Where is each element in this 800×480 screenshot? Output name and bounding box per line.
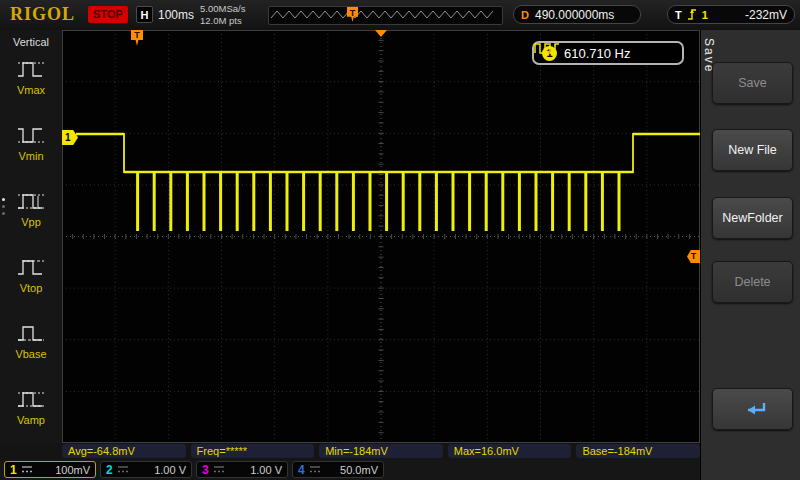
delay-readout: D 490.000000ms (513, 5, 641, 24)
channel1-scale: 100mV (55, 464, 90, 476)
menu-button-new-file[interactable]: New File (712, 129, 793, 171)
channel2-status[interactable]: 2 1.00 V (100, 461, 192, 478)
delay-badge: D (521, 9, 529, 21)
return-arrow-icon (738, 400, 768, 418)
vmax-icon (11, 55, 51, 83)
measurement-avg: Avg=-64.8mV (62, 444, 186, 458)
channel4-status[interactable]: 4 50.0mV (292, 461, 384, 478)
waveform-display (62, 30, 700, 443)
channel3-number: 3 (202, 463, 209, 477)
vpp-icon (11, 187, 51, 215)
trigger-badge: T (675, 9, 682, 21)
trigger-slope-icon (687, 8, 697, 21)
vtop-icon (11, 253, 51, 281)
sidebar-item-label: Vbase (15, 348, 46, 360)
sidebar-item-vtop[interactable]: Vtop (0, 253, 62, 313)
measure-sidebar: Vertical Vmax Vmin Vpp Vtop Vbase Vamp (0, 30, 62, 443)
sidebar-item-label: Vtop (20, 282, 43, 294)
memory-waveform-preview (269, 7, 500, 22)
coupling-dc-icon (21, 465, 33, 474)
frequency-counter: 1 610.710 Hz (532, 41, 684, 65)
channel-status-bar: 1 100mV 2 1.00 V 3 1.00 V 4 50.0mV (0, 459, 800, 480)
coupling-dc-icon (309, 465, 321, 474)
h-badge: H (136, 6, 153, 23)
horizontal-timebase-group: H 100ms (136, 6, 194, 23)
delay-value: 490.000000ms (535, 8, 614, 22)
rigol-logo: RIGOL (10, 4, 75, 25)
memory-depth: 12.0M pts (200, 15, 245, 27)
sidebar-item-label: Vmin (18, 150, 43, 162)
measurement-freq: Freq=***** (191, 444, 315, 458)
memory-position-strip: T (268, 6, 503, 25)
sidebar-item-label: Vpp (21, 216, 41, 228)
vamp-icon (11, 385, 51, 413)
sample-rate: 5.00MSa/s (200, 3, 245, 15)
timebase-value: 100ms (158, 8, 194, 22)
measurement-base: Base=-184mV (576, 444, 700, 458)
graticule: 1 610.710 Hz T T 1 (62, 30, 700, 443)
channel1-number: 1 (10, 463, 17, 477)
measurement-min: Min=-184mV (319, 444, 443, 458)
channel2-number: 2 (106, 463, 113, 477)
sidebar-item-vmax[interactable]: Vmax (0, 55, 62, 115)
run-state-badge: STOP (88, 6, 128, 23)
channel3-scale: 1.00 V (250, 464, 282, 476)
menu-button-new-folder[interactable]: NewFolder (712, 197, 793, 239)
channel4-number: 4 (298, 463, 305, 477)
counter-value: 610.710 Hz (564, 46, 631, 61)
trigger-readout: T 1 -232mV (667, 5, 795, 24)
menu-button-back[interactable] (712, 388, 793, 430)
vbase-icon (11, 319, 51, 347)
trigger-source: 1 (702, 9, 708, 21)
menu-button-delete[interactable]: Delete (712, 261, 793, 303)
measurement-bar: Avg=-64.8mV Freq=***** Min=-184mV Max=16… (62, 443, 700, 459)
trigger-level-value: -232mV (745, 8, 787, 22)
soft-menu-panel: Save Save New File NewFolder Delete (700, 30, 800, 480)
sidebar-item-label: Vmax (17, 84, 45, 96)
page-indicator (2, 198, 5, 215)
sidebar-item-vmin[interactable]: Vmin (0, 121, 62, 181)
coupling-dc-icon (213, 465, 225, 474)
sidebar-item-vamp[interactable]: Vamp (0, 385, 62, 445)
sidebar-title: Vertical (0, 36, 62, 48)
menu-button-save[interactable]: Save (712, 62, 793, 104)
top-status-bar: RIGOL STOP H 100ms 5.00MSa/s 12.0M pts T… (0, 0, 800, 31)
channel1-status[interactable]: 1 100mV (4, 461, 96, 478)
channel2-scale: 1.00 V (154, 464, 186, 476)
channel3-status[interactable]: 3 1.00 V (196, 461, 288, 478)
coupling-dc-icon (117, 465, 129, 474)
square-wave-icon (534, 43, 560, 54)
measurement-max: Max=16.0mV (448, 444, 572, 458)
sidebar-item-vpp[interactable]: Vpp (0, 187, 62, 247)
channel4-scale: 50.0mV (340, 464, 378, 476)
vmin-icon (11, 121, 51, 149)
sidebar-item-label: Vamp (17, 414, 45, 426)
acquisition-info: 5.00MSa/s 12.0M pts (200, 3, 245, 27)
sidebar-item-vbase[interactable]: Vbase (0, 319, 62, 379)
